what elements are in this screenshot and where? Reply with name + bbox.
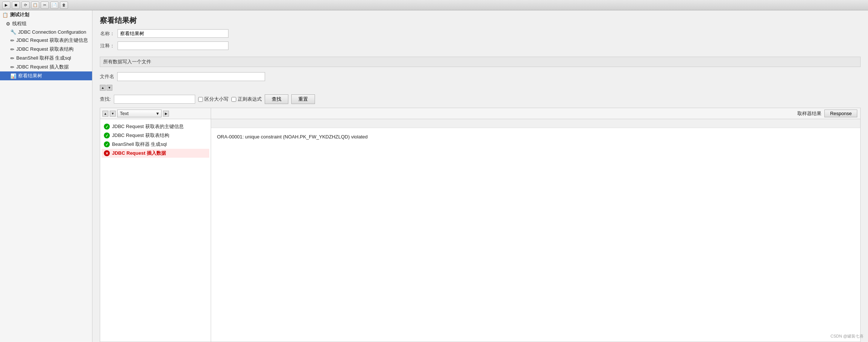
error-icon-1: [104, 150, 110, 156]
name-row: 名称：: [100, 29, 861, 38]
toolbar-btn-1[interactable]: ▶: [2, 1, 10, 9]
dropdown-chevron-icon: ▾: [156, 111, 159, 116]
pencil-icon-1: ✏: [10, 38, 14, 43]
toolbar-btn-3[interactable]: ⟳: [21, 1, 30, 9]
comment-row: 注释：: [100, 41, 861, 50]
toolbar-btn-2[interactable]: ⏹: [12, 1, 20, 9]
success-icon-1: [104, 124, 110, 130]
response-toolbar: [211, 119, 860, 128]
success-icon-2: [104, 133, 110, 138]
section-title: 所有数据写入一个文件: [100, 57, 861, 67]
pencil-icon-3: ✏: [10, 56, 14, 61]
gear-icon: ⚙: [6, 21, 10, 27]
name-label: 名称：: [100, 30, 115, 37]
content-area: 察看结果树 名称： 注释： 所有数据写入一个文件 文件名: [92, 10, 868, 342]
case-sensitive-group: 区分大小写: [198, 96, 228, 103]
file-name-label: 文件名: [100, 73, 114, 80]
arrow-down-btn[interactable]: ▼: [106, 85, 112, 91]
case-sensitive-checkbox[interactable]: [198, 97, 203, 102]
sidebar-item-jdbc-request-1[interactable]: ✏ JDBC Request 获取表的主键信息: [0, 36, 92, 45]
sidebar-item-jdbc-request-2[interactable]: ✏ JDBC Request 获取表结构: [0, 45, 92, 54]
page-title: 察看结果树: [92, 10, 868, 29]
sidebar-item-jdbc-connection[interactable]: 🔧 JDBC Connection Configuration: [0, 28, 92, 36]
tree-item-2[interactable]: JDBC Request 获取表结构: [102, 131, 209, 140]
arrow-up-btn[interactable]: ▲: [100, 85, 106, 91]
search-label: 查找:: [100, 96, 111, 103]
tree-content: JDBC Request 获取表的主键信息 JDBC Request 获取表结构…: [100, 119, 211, 342]
text-dropdown[interactable]: Text ▾: [117, 110, 162, 117]
tree-item-4[interactable]: JDBC Request 插入数据: [102, 149, 209, 158]
divider-arrows: ▲ ▼: [100, 85, 861, 91]
tree-item-label-2: JDBC Request 获取表结构: [112, 132, 169, 139]
toolbar-btn-4[interactable]: 📋: [31, 1, 39, 9]
sampler-result-label: 取样器结果: [797, 110, 821, 117]
comment-label: 注释：: [100, 43, 115, 49]
tree-item-label-3: BeanShell 取样器 生成sql: [112, 141, 167, 148]
form-section: 名称： 注释：: [92, 29, 868, 54]
tree-item-label-4: JDBC Request 插入数据: [112, 150, 166, 157]
tree-item-label-1: JDBC Request 获取表的主键信息: [112, 123, 184, 130]
response-header: 取样器结果 Response: [211, 108, 860, 119]
toolbar: ▶ ⏹ ⟳ 📋 ✂ 📄 🗑: [0, 0, 868, 10]
search-input[interactable]: [114, 95, 195, 104]
tree-nav-down[interactable]: ▼: [110, 111, 116, 117]
toolbar-btn-5[interactable]: ✂: [41, 1, 49, 9]
sidebar-item-beanshell[interactable]: ✏ BeanShell 取样器 生成sql: [0, 54, 92, 63]
sidebar-item-jdbc-request-3[interactable]: ✏ JDBC Request 插入数据: [0, 63, 92, 71]
file-name-input[interactable]: [117, 72, 265, 81]
tree-item-1[interactable]: JDBC Request 获取表的主键信息: [102, 122, 209, 131]
dropdown-label: Text: [120, 111, 129, 116]
toolbar-btn-7[interactable]: 🗑: [60, 1, 68, 9]
test-plan-icon: 📋: [2, 12, 8, 18]
wrench-icon: 🔧: [10, 29, 16, 35]
tree-panel: ▲ ▼ Text ▾ ▶ JDBC Request 获取表的主键信息: [100, 108, 211, 342]
tree-header: ▲ ▼ Text ▾ ▶: [100, 108, 211, 119]
response-tab-button[interactable]: Response: [824, 110, 857, 117]
success-icon-3: [104, 141, 110, 147]
sidebar: 📋 测试计划 ⚙ 线程组 🔧 JDBC Connection Configura…: [0, 10, 92, 342]
regex-label: 正则表达式: [238, 96, 262, 103]
name-input[interactable]: [118, 29, 228, 38]
error-message: ORA-00001: unique constraint (NOAH.PK_FW…: [215, 132, 857, 142]
pencil-icon-4: ✏: [10, 64, 14, 70]
sidebar-item-test-plan[interactable]: 📋 测试计划: [0, 10, 92, 19]
chart-icon: 📊: [10, 73, 16, 79]
tree-scroll-btn[interactable]: ▶: [163, 111, 169, 117]
case-sensitive-label: 区分大小写: [204, 96, 228, 103]
file-name-row: 文件名: [100, 72, 861, 81]
search-bar: 查找: 区分大小写 正则表达式 查找 重置: [100, 94, 861, 104]
pencil-icon-2: ✏: [10, 47, 14, 52]
regex-checkbox[interactable]: [231, 97, 236, 102]
sidebar-item-thread-group[interactable]: ⚙ 线程组: [0, 19, 92, 28]
response-content: ORA-00001: unique constraint (NOAH.PK_FW…: [211, 128, 860, 342]
reset-button[interactable]: 重置: [291, 94, 315, 104]
tree-item-3[interactable]: BeanShell 取样器 生成sql: [102, 140, 209, 149]
regex-group: 正则表达式: [231, 96, 262, 103]
response-panel: 取样器结果 Response ORA-00001: unique constra…: [211, 108, 860, 342]
comment-input[interactable]: [118, 41, 228, 50]
toolbar-btn-6[interactable]: 📄: [50, 1, 58, 9]
watermark: CSDN @罐装七喜: [831, 333, 864, 339]
tree-nav-up[interactable]: ▲: [102, 111, 108, 117]
sidebar-item-view-results[interactable]: 📊 察看结果树: [0, 71, 92, 80]
bottom-panel: ▲ ▼ Text ▾ ▶ JDBC Request 获取表的主键信息: [100, 108, 861, 342]
search-button[interactable]: 查找: [265, 94, 288, 104]
